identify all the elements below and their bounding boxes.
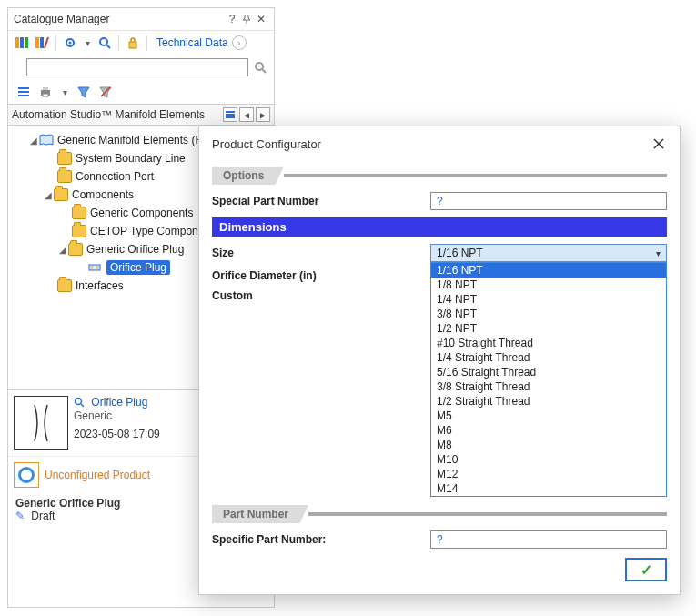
pin-icon[interactable] [239, 12, 254, 26]
technical-data-link[interactable]: Technical Data [156, 36, 228, 49]
svg-rect-21 [226, 116, 235, 118]
dialog-title: Product Configurator [212, 137, 321, 151]
print-dropdown-arrow[interactable]: ▾ [59, 87, 70, 97]
size-option[interactable]: 3/8 Straight Thread [431, 379, 666, 394]
toolbar-main: ▾ Technical Data › [8, 30, 274, 55]
product-state: Draft [31, 510, 55, 522]
svg-rect-17 [43, 94, 48, 96]
svg-rect-2 [25, 37, 28, 48]
status-label: Unconfigured Product [45, 469, 150, 481]
nav-prev-icon[interactable]: ◄ [239, 107, 254, 122]
search-icon[interactable] [96, 35, 113, 51]
panel-title: Catalogue Manager [14, 13, 109, 25]
special-part-input[interactable] [430, 192, 667, 210]
expand-toggle-icon[interactable]: ◢ [43, 190, 54, 200]
search-input[interactable] [26, 58, 248, 76]
filter-clear-icon[interactable] [97, 84, 114, 100]
svg-rect-19 [226, 111, 235, 113]
dialog-body: Options Special Part Number Dimensions S… [199, 161, 680, 594]
size-combo[interactable]: 1/16 NPT ▾ 1/16 NPT1/8 NPT1/4 NPT3/8 NPT… [430, 244, 667, 262]
view-mode-icon[interactable] [223, 107, 237, 122]
specific-part-input[interactable] [430, 530, 667, 549]
partnumber-section-header: Part Number [212, 505, 667, 523]
search-go-icon[interactable] [252, 59, 268, 76]
tree-item-label-selected: Orifice Plug [106, 260, 170, 275]
settings-gear-icon[interactable] [62, 35, 78, 51]
print-icon[interactable] [37, 84, 54, 100]
svg-point-6 [69, 42, 72, 45]
svg-line-24 [81, 404, 84, 407]
folder-icon [57, 170, 72, 183]
svg-point-10 [256, 63, 263, 70]
svg-rect-20 [226, 114, 235, 116]
size-option[interactable]: M5 [431, 409, 666, 423]
size-row: Size 1/16 NPT ▾ 1/16 NPT1/8 NPT1/4 NPT3/… [212, 244, 667, 262]
filter-icon[interactable] [76, 84, 92, 100]
specific-part-label: Specific Part Number: [212, 533, 430, 546]
size-option[interactable]: M12 [431, 467, 666, 481]
folder-icon [57, 279, 72, 292]
svg-rect-0 [15, 37, 19, 48]
config-gear-icon[interactable] [14, 462, 39, 488]
preview-date: 2023-05-08 17:09 [74, 428, 160, 440]
folder-icon [54, 188, 68, 201]
size-option[interactable]: 1/2 Straight Thread [431, 394, 666, 409]
svg-rect-13 [18, 91, 29, 93]
toolbar-secondary: ▾ [8, 80, 274, 104]
special-part-label: Special Part Number [212, 195, 430, 207]
size-option[interactable]: 1/8 NPT [431, 278, 666, 292]
svg-rect-14 [18, 95, 29, 96]
partnumber-tab-label: Part Number [212, 505, 299, 523]
settings-dropdown-arrow[interactable]: ▾ [82, 38, 93, 48]
size-option[interactable]: 1/16 NPT [431, 263, 666, 278]
technical-data-arrow-icon[interactable]: › [232, 35, 247, 50]
options-section-header: Options [212, 167, 667, 185]
component-icon [86, 259, 103, 276]
list-view-icon[interactable] [15, 84, 32, 100]
svg-point-7 [100, 38, 107, 45]
size-option[interactable]: 1/4 NPT [431, 292, 666, 307]
expand-toggle-icon[interactable]: ◢ [28, 136, 39, 146]
library-icon-2[interactable] [34, 35, 50, 51]
preview-generic: Generic [74, 409, 160, 422]
svg-rect-3 [35, 37, 39, 48]
panel-titlebar: Catalogue Manager ? ✕ [8, 8, 274, 30]
library-header: Automation Studio™ Manifold Elements ◄ ► [8, 104, 274, 126]
close-icon[interactable] [651, 136, 667, 152]
size-option[interactable]: M6 [431, 423, 666, 438]
size-option[interactable]: M10 [431, 452, 666, 467]
size-option[interactable]: #10 Straight Thread [431, 336, 666, 350]
book-icon [39, 134, 54, 146]
size-option[interactable]: M14 [431, 481, 666, 496]
svg-rect-16 [43, 87, 48, 90]
preview-thumbnail [14, 396, 68, 450]
size-option[interactable]: 1/2 NPT [431, 321, 666, 336]
folder-icon [72, 207, 86, 219]
chevron-down-icon: ▾ [656, 248, 661, 258]
expand-toggle-icon[interactable]: ◢ [57, 245, 68, 255]
preview-meta: Orifice Plug Generic 2023-05-08 17:09 [74, 396, 160, 450]
size-option[interactable]: 1/4 Straight Thread [431, 350, 666, 365]
preview-name: Orifice Plug [91, 396, 147, 409]
specific-part-row: Specific Part Number: [212, 530, 667, 549]
svg-rect-9 [129, 42, 136, 48]
svg-rect-4 [40, 37, 44, 48]
pencil-icon: ✎ [15, 510, 25, 522]
lock-icon[interactable] [125, 35, 141, 51]
size-dropdown[interactable]: 1/16 NPT1/8 NPT1/4 NPT3/8 NPT1/2 NPT#10 … [430, 262, 667, 497]
svg-rect-12 [18, 87, 29, 89]
folder-icon [68, 243, 83, 256]
close-panel-icon[interactable]: ✕ [254, 12, 268, 26]
size-option[interactable]: 5/16 Straight Thread [431, 365, 666, 379]
search-row [8, 55, 274, 80]
size-option[interactable]: 3/8 NPT [431, 307, 666, 321]
nav-next-icon[interactable]: ► [256, 107, 270, 122]
ok-button[interactable]: ✓ [625, 558, 667, 581]
magnifier-icon[interactable] [74, 397, 86, 409]
library-icon-1[interactable] [14, 35, 30, 51]
svg-rect-1 [20, 37, 24, 48]
help-icon[interactable]: ? [225, 12, 239, 26]
size-option[interactable]: M8 [431, 438, 666, 452]
size-combobox[interactable]: 1/16 NPT ▾ [430, 244, 667, 262]
svg-line-8 [106, 45, 110, 48]
